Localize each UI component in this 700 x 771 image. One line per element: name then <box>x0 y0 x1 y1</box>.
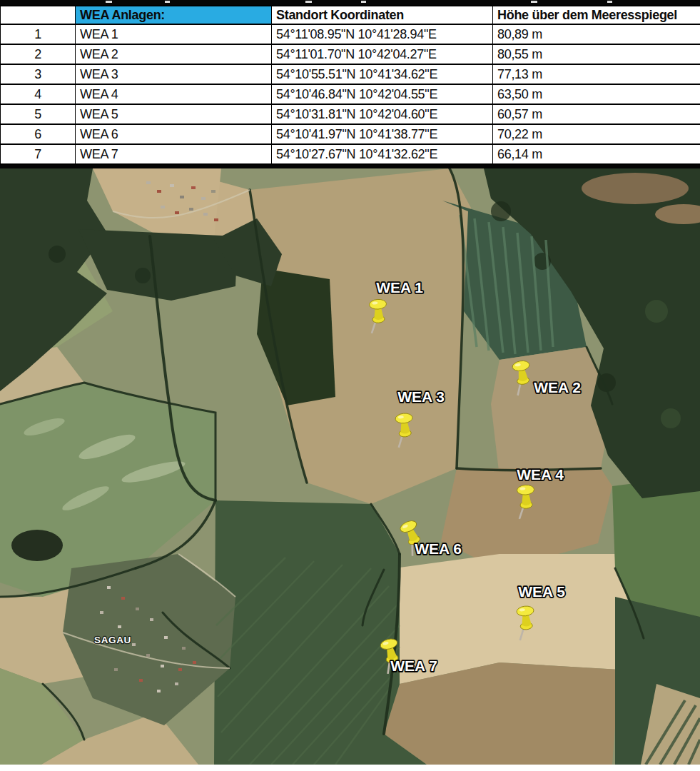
cropped-row-top <box>0 0 700 5</box>
map-pin-label: WEA 5 <box>518 583 565 600</box>
cell-name: WEA 6 <box>76 124 272 144</box>
header-standort-koordinaten: Standort Koordinaten <box>272 6 493 24</box>
place-label-sagau: SAGAU <box>94 635 131 645</box>
cell-nr: 2 <box>1 44 76 64</box>
cell-nr: 4 <box>1 84 76 104</box>
cell-nr: 5 <box>1 104 76 124</box>
cell-height: 66,14 m <box>493 144 700 164</box>
table-row: 2WEA 254°11'01.70"N 10°42'04.27"E80,55 m <box>1 44 700 64</box>
cell-nr: 1 <box>1 24 76 44</box>
cell-height: 63,50 m <box>493 84 700 104</box>
cell-nr: 7 <box>1 144 76 164</box>
cell-name: WEA 3 <box>76 64 272 84</box>
cell-coords: 54°11'08.95"N 10°41'28.94"E <box>272 24 493 44</box>
cell-nr: 6 <box>1 124 76 144</box>
header-hoehe: Höhe über dem Meeresspiegel <box>493 6 700 24</box>
map-pin-label: WEA 6 <box>415 540 462 557</box>
cell-coords: 54°11'01.70"N 10°42'04.27"E <box>272 44 493 64</box>
header-empty <box>1 6 76 24</box>
map-pin-label: WEA 4 <box>517 466 564 483</box>
cell-height: 80,89 m <box>493 24 700 44</box>
cell-name: WEA 7 <box>76 144 272 164</box>
map-pin-label: WEA 7 <box>390 657 437 674</box>
table-row: 1WEA 154°11'08.95"N 10°41'28.94"E80,89 m <box>1 24 700 44</box>
table-row: 3WEA 354°10'55.51"N 10°41'34.62"E77,13 m <box>1 64 700 84</box>
cell-nr: 3 <box>1 64 76 84</box>
cell-height: 60,57 m <box>493 104 700 124</box>
cell-coords: 54°10'46.84"N 10°42'04.55"E <box>272 84 493 104</box>
table-header-row: WEA Anlagen: Standort Koordinaten Höhe ü… <box>1 6 700 24</box>
cell-name: WEA 2 <box>76 44 272 64</box>
wea-table-body: 1WEA 154°11'08.95"N 10°41'28.94"E80,89 m… <box>1 24 700 164</box>
satellite-map: WEA 1WEA 2WEA 3WEA 4WEA 5WEA 6WEA 7SAGAU <box>0 168 700 765</box>
cell-name: WEA 5 <box>76 104 272 124</box>
cell-coords: 54°10'27.67"N 10°41'32.62"E <box>272 144 493 164</box>
table-row: 5WEA 554°10'31.81"N 10°42'04.60"E60,57 m <box>1 104 700 124</box>
cell-name: WEA 4 <box>76 84 272 104</box>
map-pin-label: WEA 1 <box>376 279 423 296</box>
cell-height: 77,13 m <box>493 64 700 84</box>
cell-coords: 54°10'31.81"N 10°42'04.60"E <box>272 104 493 124</box>
cell-coords: 54°10'41.97"N 10°41'38.77"E <box>272 124 493 144</box>
map-pin-label: WEA 2 <box>534 379 581 395</box>
map-pin-label: WEA 3 <box>397 388 445 405</box>
cell-height: 70,22 m <box>493 124 700 144</box>
table-row: 4WEA 454°10'46.84"N 10°42'04.55"E63,50 m <box>1 84 700 104</box>
table-row: 7WEA 754°10'27.67"N 10°41'32.62"E66,14 m <box>1 144 700 164</box>
cell-coords: 54°10'55.51"N 10°41'34.62"E <box>272 64 493 84</box>
table-row: 6WEA 654°10'41.97"N 10°41'38.77"E70,22 m <box>1 124 700 144</box>
cell-name: WEA 1 <box>76 24 272 44</box>
cell-height: 80,55 m <box>493 44 700 64</box>
wea-table: WEA Anlagen: Standort Koordinaten Höhe ü… <box>0 5 700 165</box>
header-wea-anlagen: WEA Anlagen: <box>76 6 272 24</box>
